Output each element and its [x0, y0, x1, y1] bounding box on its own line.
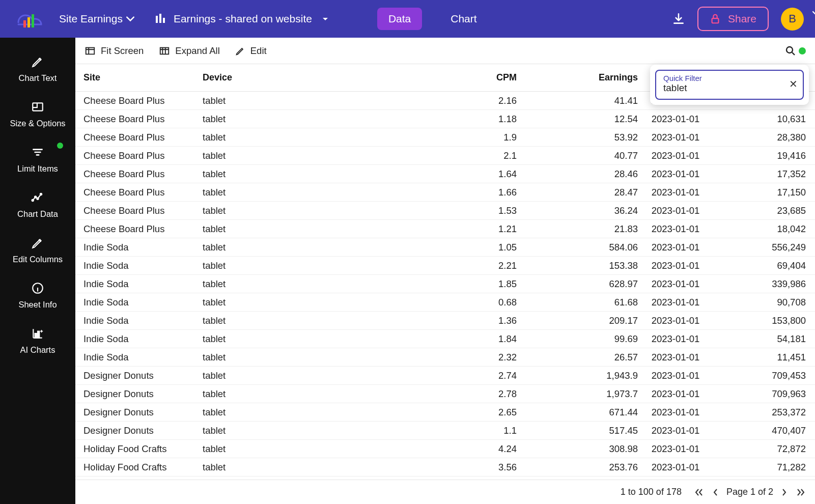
cell-earnings: 28.47	[517, 187, 638, 198]
svg-rect-1	[27, 17, 30, 27]
cell-earnings: 40.77	[517, 150, 638, 161]
table-row[interactable]: Cheese Board Plustablet1.1812.542023-01-…	[75, 110, 815, 128]
table-row[interactable]: Holiday Food Craftstablet4.24308.982023-…	[75, 440, 815, 458]
fit-screen-button[interactable]: Fit Screen	[85, 45, 144, 57]
close-icon[interactable]: ✕	[789, 78, 798, 90]
cell-earnings: 28.46	[517, 169, 638, 180]
cell-site: Designer Donuts	[83, 407, 203, 418]
cell-date: 2023-01-01	[638, 114, 713, 125]
download-icon[interactable]	[672, 12, 685, 25]
cell-cpm: 3.56	[373, 462, 517, 473]
column-header-site[interactable]: Site	[83, 72, 203, 83]
page-next-button[interactable]	[780, 487, 789, 497]
cell-last: 470,407	[713, 425, 806, 436]
cell-cpm: 4.24	[373, 443, 517, 455]
app-logo[interactable]	[14, 8, 43, 30]
expand-all-button[interactable]: Expand All	[159, 45, 219, 57]
cell-site: Cheese Board Plus	[83, 150, 203, 161]
source-dropdown[interactable]: Earnings - shared on website	[154, 13, 329, 25]
cell-site: Indie Soda	[83, 352, 203, 363]
cell-date: 2023-01-01	[638, 407, 713, 418]
cell-earnings: 61.68	[517, 297, 638, 308]
table-row[interactable]: Cheese Board Plustablet1.5336.242023-01-…	[75, 202, 815, 220]
cell-device: tablet	[203, 352, 373, 363]
cell-device: tablet	[203, 205, 373, 216]
sidebar-item-edit-columns[interactable]: Edit Columns	[0, 228, 75, 273]
cell-site: Designer Donuts	[83, 425, 203, 436]
cell-date: 2023-01-01	[638, 352, 713, 363]
filter-lines-icon	[31, 145, 44, 160]
sidebar-item-size-options[interactable]: Size & Options	[0, 92, 75, 137]
cell-earnings: 308.98	[517, 443, 638, 455]
cell-device: tablet	[203, 114, 373, 125]
cell-earnings: 584.06	[517, 242, 638, 253]
column-header-earnings[interactable]: Earnings	[517, 72, 638, 83]
table-row[interactable]: Cheese Board Plustablet1.6628.472023-01-…	[75, 183, 815, 202]
cell-last: 709,453	[713, 370, 806, 381]
cell-earnings: 671.44	[517, 407, 638, 418]
table-row[interactable]: Indie Sodatablet1.05584.062023-01-01556,…	[75, 238, 815, 257]
table-row[interactable]: Indie Sodatablet1.85628.972023-01-01339,…	[75, 275, 815, 293]
cell-site: Indie Soda	[83, 278, 203, 290]
cell-date: 2023-01-01	[638, 315, 713, 326]
page-prev-button[interactable]	[711, 487, 719, 497]
quick-filter-input[interactable]	[663, 82, 780, 94]
share-button[interactable]: Share	[697, 7, 769, 31]
site-dropdown[interactable]: Site Earnings	[59, 13, 135, 25]
sidebar-item-sheet-info[interactable]: Sheet Info	[0, 273, 75, 319]
table-row[interactable]: Indie Sodatablet0.6861.682023-01-0190,70…	[75, 293, 815, 312]
table-row[interactable]: Designer Donutstablet2.65671.442023-01-0…	[75, 403, 815, 422]
cell-cpm: 1.36	[373, 315, 517, 326]
cell-cpm: 0.68	[373, 297, 517, 308]
table-row[interactable]: Cheese Board Plustablet1.6428.462023-01-…	[75, 165, 815, 183]
svg-point-8	[32, 200, 34, 201]
cell-cpm: 2.32	[373, 352, 517, 363]
cell-last: 71,282	[713, 462, 806, 473]
cell-site: Designer Donuts	[83, 388, 203, 400]
cell-date: 2023-01-01	[638, 370, 713, 381]
page-first-button[interactable]	[694, 487, 704, 497]
cell-cpm: 2.65	[373, 407, 517, 418]
sidebar-item-ai-charts[interactable]: AI Charts	[0, 319, 75, 364]
cell-cpm: 1.84	[373, 333, 517, 345]
edit-button[interactable]: Edit	[235, 45, 267, 57]
source-dropdown-label: Earnings - shared on website	[174, 13, 312, 25]
table-row[interactable]: Cheese Board Plustablet1.2121.832023-01-…	[75, 220, 815, 238]
table-row[interactable]: Holiday Food Craftstablet3.56253.762023-…	[75, 458, 815, 477]
tab-chart[interactable]: Chart	[439, 8, 488, 30]
table-body[interactable]: Cheese Board Plustablet2.1641.412023-01-…	[75, 92, 815, 480]
cell-last: 153,800	[713, 315, 806, 326]
sidebar-item-chart-data[interactable]: Chart Data	[0, 183, 75, 228]
cell-last: 17,352	[713, 169, 806, 180]
table-row[interactable]: Designer Donutstablet1.1517.452023-01-01…	[75, 422, 815, 440]
cell-earnings: 36.24	[517, 205, 638, 216]
sidebar-item-label: Sheet Info	[18, 300, 57, 310]
table-row[interactable]: Indie Sodatablet2.3226.572023-01-0111,45…	[75, 348, 815, 367]
table-row[interactable]: Cheese Board Plustablet1.953.922023-01-0…	[75, 128, 815, 147]
sidebar-item-label: Limit Items	[17, 164, 58, 174]
cell-earnings: 99.69	[517, 333, 638, 345]
tab-data[interactable]: Data	[377, 8, 422, 30]
sidebar-item-chart-text[interactable]: Chart Text	[0, 47, 75, 92]
cell-site: Indie Soda	[83, 315, 203, 326]
sidebar-item-label: AI Charts	[20, 345, 55, 355]
cell-site: Indie Soda	[83, 260, 203, 271]
cell-site: Cheese Board Plus	[83, 132, 203, 143]
cell-device: tablet	[203, 150, 373, 161]
cell-device: tablet	[203, 260, 373, 271]
table-row[interactable]: Indie Sodatablet1.8499.692023-01-0154,18…	[75, 330, 815, 348]
search-toggle[interactable]	[784, 45, 806, 57]
cell-site: Holiday Food Crafts	[83, 462, 203, 473]
table-row[interactable]: Designer Donutstablet2.781,973.72023-01-…	[75, 385, 815, 403]
column-header-cpm[interactable]: CPM	[373, 72, 517, 83]
sidebar-item-limit-items[interactable]: Limit Items	[0, 137, 75, 183]
table-row[interactable]: Indie Sodatablet2.21153.382023-01-0169,4…	[75, 257, 815, 275]
avatar[interactable]: B	[781, 8, 804, 31]
table-row[interactable]: Designer Donutstablet2.741,943.92023-01-…	[75, 367, 815, 385]
cell-earnings: 12.54	[517, 114, 638, 125]
table-row[interactable]: Indie Sodatablet1.36209.172023-01-01153,…	[75, 312, 815, 330]
cell-device: tablet	[203, 425, 373, 436]
page-last-button[interactable]	[796, 487, 806, 497]
table-row[interactable]: Cheese Board Plustablet2.140.772023-01-0…	[75, 147, 815, 165]
column-header-device[interactable]: Device	[203, 72, 373, 83]
